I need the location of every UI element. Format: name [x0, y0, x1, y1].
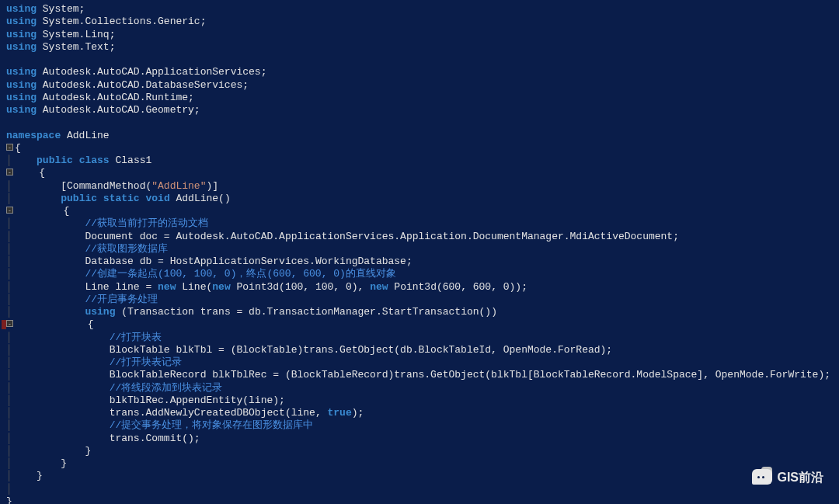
keyword-using: using [6, 41, 37, 53]
code-line: Document doc = Autodesk.AutoCAD.Applicat… [85, 231, 679, 242]
comment: //提交事务处理，将对象保存在图形数据库中 [110, 419, 314, 431]
code-line: blkTblRec.AppendEntity(line); [110, 395, 285, 406]
code-editor[interactable]: using System; using System.Collections.G… [6, 3, 839, 504]
fold-toggle[interactable]: - [6, 169, 13, 176]
keyword-using: using [6, 29, 37, 40]
comment: //将线段添加到块表记录 [110, 382, 223, 394]
keyword-using: using [6, 3, 37, 15]
code-line: Database db = HostApplicationServices.Wo… [85, 255, 412, 267]
keyword-using: using [6, 92, 37, 103]
comment: //获取图形数据库 [85, 243, 168, 255]
keyword-using: using [6, 79, 37, 91]
comment: //打开块表 [110, 332, 162, 343]
comment: //获取当前打开的活动文档 [85, 217, 208, 229]
comment: //创建一条起点(100, 100, 0)，终点(600, 600, 0)的直线… [85, 268, 395, 280]
code-line: BlockTableRecord blkTblRec = (BlockTable… [110, 369, 830, 381]
string-literal: "AddLine" [151, 180, 206, 192]
keyword-class: class [79, 155, 110, 166]
fold-toggle[interactable]: - [6, 144, 13, 151]
fold-toggle[interactable]: - [6, 207, 13, 214]
code-line: trans.Commit(); [110, 433, 200, 444]
keyword-namespace: namespace [6, 130, 61, 141]
keyword-using: using [85, 306, 115, 318]
keyword-using: using [6, 104, 37, 116]
comment: //打开块表记录 [110, 356, 183, 368]
comment: //开启事务处理 [85, 294, 158, 305]
code-line: BlockTable blkTbl = (BlockTable)trans.Ge… [110, 344, 613, 356]
bool-literal: true [328, 407, 352, 419]
keyword-using: using [6, 16, 37, 27]
keyword-using: using [6, 66, 37, 78]
fold-toggle[interactable]: - [6, 320, 13, 327]
keyword-public: public [37, 155, 73, 166]
